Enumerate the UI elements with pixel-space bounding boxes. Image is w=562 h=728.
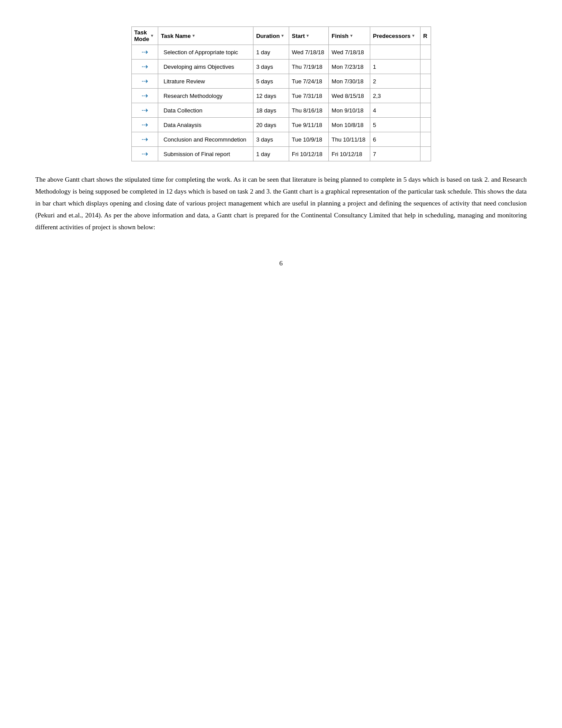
- duration-cell: 20 days: [253, 118, 289, 132]
- sort-arrow-task-mode: ▼: [150, 34, 154, 38]
- duration-cell: 1 day: [253, 147, 289, 161]
- sort-arrow-start: ▼: [306, 34, 310, 38]
- task-mode-icon: ⇢: [141, 91, 148, 101]
- task-mode-label: TaskMode: [134, 29, 149, 42]
- start-cell: Fri 10/12/18: [289, 147, 328, 161]
- sort-arrow-duration: ▼: [281, 34, 285, 38]
- task-mode-icon: ⇢: [141, 47, 148, 57]
- predecessors-cell: 2: [370, 74, 420, 89]
- paragraph-section: The above Gantt chart shows the stipulat…: [35, 174, 527, 233]
- r-cell: [421, 147, 431, 161]
- task-mode-cell: ⇢: [131, 118, 158, 132]
- task-mode-cell: ⇢: [131, 132, 158, 147]
- finish-cell: Thu 10/11/18: [329, 132, 370, 147]
- task-name-cell: Selection of Appropriate topic: [158, 45, 253, 60]
- finish-cell: Wed 7/18/18: [329, 45, 370, 60]
- sort-arrow-finish: ▼: [350, 34, 354, 38]
- gantt-table: TaskMode ▼ Task Name ▼ Duration ▼: [131, 26, 431, 161]
- r-cell: [421, 132, 431, 147]
- task-mode-cell: ⇢: [131, 89, 158, 103]
- start-cell: Tue 9/11/18: [289, 118, 328, 132]
- task-mode-icon: ⇢: [141, 105, 148, 115]
- start-cell: Thu 8/16/18: [289, 103, 328, 118]
- task-name-cell: Developing aims Objectives: [158, 60, 253, 74]
- task-mode-cell: ⇢: [131, 103, 158, 118]
- col-header-task-name[interactable]: Task Name ▼: [158, 27, 253, 45]
- task-mode-cell: ⇢: [131, 147, 158, 161]
- duration-cell: 1 day: [253, 45, 289, 60]
- col-header-predecessors[interactable]: Predecessors ▼: [370, 27, 420, 45]
- duration-cell: 3 days: [253, 132, 289, 147]
- start-cell: Thu 7/19/18: [289, 60, 328, 74]
- predecessors-label: Predecessors: [373, 33, 410, 39]
- task-mode-cell: ⇢: [131, 60, 158, 74]
- col-header-task-mode[interactable]: TaskMode ▼: [131, 27, 158, 45]
- paragraph-text: The above Gantt chart shows the stipulat…: [35, 174, 527, 233]
- predecessors-cell: [370, 45, 420, 60]
- r-cell: [421, 74, 431, 89]
- table-row: ⇢Submission of Final report1 dayFri 10/1…: [131, 147, 431, 161]
- r-label: R: [423, 33, 427, 39]
- gantt-table-wrapper: TaskMode ▼ Task Name ▼ Duration ▼: [131, 26, 431, 161]
- r-cell: [421, 89, 431, 103]
- task-name-cell: Litrature Review: [158, 74, 253, 89]
- predecessors-cell: 6: [370, 132, 420, 147]
- duration-label: Duration: [256, 33, 279, 39]
- task-mode-icon: ⇢: [141, 76, 148, 86]
- col-header-r: R: [421, 27, 431, 45]
- predecessors-cell: 5: [370, 118, 420, 132]
- finish-cell: Wed 8/15/18: [329, 89, 370, 103]
- finish-cell: Fri 10/12/18: [329, 147, 370, 161]
- sort-arrow-task-name: ▼: [192, 34, 196, 38]
- task-name-cell: Research Methodology: [158, 89, 253, 103]
- finish-cell: Mon 7/30/18: [329, 74, 370, 89]
- table-row: ⇢Data Analaysis20 daysTue 9/11/18Mon 10/…: [131, 118, 431, 132]
- r-cell: [421, 60, 431, 74]
- predecessors-cell: 1: [370, 60, 420, 74]
- task-mode-icon: ⇢: [141, 120, 148, 130]
- duration-cell: 5 days: [253, 74, 289, 89]
- start-cell: Tue 7/31/18: [289, 89, 328, 103]
- duration-cell: 3 days: [253, 60, 289, 74]
- start-cell: Wed 7/18/18: [289, 45, 328, 60]
- page-number: 6: [35, 260, 527, 267]
- task-name-cell: Submission of Final report: [158, 147, 253, 161]
- table-row: ⇢Data Collection18 daysThu 8/16/18Mon 9/…: [131, 103, 431, 118]
- finish-cell: Mon 7/23/18: [329, 60, 370, 74]
- table-row: ⇢Selection of Appropriate topic1 dayWed …: [131, 45, 431, 60]
- r-cell: [421, 103, 431, 118]
- duration-cell: 12 days: [253, 89, 289, 103]
- col-header-finish[interactable]: Finish ▼: [329, 27, 370, 45]
- task-mode-icon: ⇢: [141, 149, 148, 159]
- col-header-duration[interactable]: Duration ▼: [253, 27, 289, 45]
- task-mode-cell: ⇢: [131, 45, 158, 60]
- r-cell: [421, 45, 431, 60]
- sort-arrow-predecessors: ▼: [411, 34, 415, 38]
- task-name-cell: Conclusion and Recommndetion: [158, 132, 253, 147]
- start-cell: Tue 7/24/18: [289, 74, 328, 89]
- predecessors-cell: 7: [370, 147, 420, 161]
- table-row: ⇢Research Methodology12 daysTue 7/31/18W…: [131, 89, 431, 103]
- start-label: Start: [292, 33, 305, 39]
- task-mode-icon: ⇢: [141, 134, 148, 144]
- task-mode-icon: ⇢: [141, 62, 148, 71]
- table-row: ⇢Developing aims Objectives3 daysThu 7/1…: [131, 60, 431, 74]
- finish-cell: Mon 10/8/18: [329, 118, 370, 132]
- task-name-cell: Data Collection: [158, 103, 253, 118]
- start-cell: Tue 10/9/18: [289, 132, 328, 147]
- predecessors-cell: 4: [370, 103, 420, 118]
- table-row: ⇢Conclusion and Recommndetion3 daysTue 1…: [131, 132, 431, 147]
- task-mode-cell: ⇢: [131, 74, 158, 89]
- r-cell: [421, 118, 431, 132]
- table-row: ⇢Litrature Review5 daysTue 7/24/18Mon 7/…: [131, 74, 431, 89]
- predecessors-cell: 2,3: [370, 89, 420, 103]
- task-name-label: Task Name: [161, 33, 191, 39]
- finish-cell: Mon 9/10/18: [329, 103, 370, 118]
- duration-cell: 18 days: [253, 103, 289, 118]
- col-header-start[interactable]: Start ▼: [289, 27, 328, 45]
- task-name-cell: Data Analaysis: [158, 118, 253, 132]
- finish-label: Finish: [331, 33, 348, 39]
